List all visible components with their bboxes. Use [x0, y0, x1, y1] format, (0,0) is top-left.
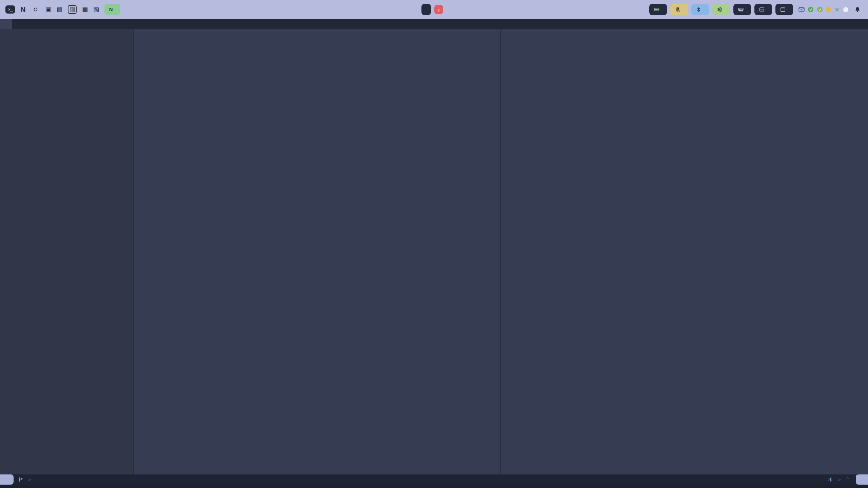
nix-snowflake-icon: [828, 477, 833, 482]
tree-pane-title[interactable]: [0, 19, 12, 29]
workspace-icon[interactable]: ▤: [57, 6, 62, 13]
bell-icon: [854, 6, 861, 13]
bluetooth-icon: [696, 7, 702, 12]
command-line[interactable]: [0, 485, 868, 488]
check-circle-icon[interactable]: [808, 6, 814, 13]
git-branch-icon: [18, 477, 23, 482]
now-playing-module: ♪: [421, 0, 447, 19]
check-circle-icon[interactable]: [817, 6, 823, 13]
separator: >: [28, 477, 31, 482]
disk-icon: [759, 7, 765, 12]
active-window-badge[interactable]: N: [104, 4, 120, 15]
separator: ^: [846, 477, 849, 482]
editor-pane-left[interactable]: [134, 29, 500, 474]
now-playing-title[interactable]: [421, 4, 431, 15]
filetype-indicator: [828, 477, 835, 482]
system-tray: [798, 6, 848, 13]
dnd-module[interactable]: [670, 4, 688, 15]
neovim-icon[interactable]: N: [20, 6, 26, 13]
desktop: >_ N ▣ ▤ ▥ ▦ ▧ N ♪: [0, 0, 868, 488]
memory-module[interactable]: [733, 4, 751, 15]
neovide-icon: N: [109, 7, 113, 12]
paw-icon[interactable]: [834, 6, 840, 13]
bluetooth-module[interactable]: [691, 4, 709, 15]
music-note-icon[interactable]: ♪: [434, 5, 443, 14]
terminal-icon[interactable]: >_: [5, 5, 15, 14]
battery-module[interactable]: [649, 4, 667, 15]
file-tree: [0, 29, 134, 474]
cursor-position: [856, 474, 868, 485]
system-bar: >_ N ▣ ▤ ▥ ▦ ▧ N ♪: [0, 0, 868, 19]
ram-icon: [738, 7, 744, 12]
editor-area: [0, 29, 868, 474]
tray-app-icon[interactable]: [826, 7, 831, 12]
separator: >: [838, 477, 841, 482]
tabline: [0, 19, 868, 29]
battery-icon: [654, 7, 659, 12]
calendar-icon: [780, 7, 786, 12]
mode-indicator: [0, 474, 14, 485]
tray-app-icon[interactable]: [843, 7, 848, 12]
workspace-icon[interactable]: ▦: [82, 6, 88, 13]
clock-module[interactable]: [775, 4, 793, 15]
workspace-icon[interactable]: ▧: [93, 6, 99, 13]
workspace-icon-active[interactable]: ▥: [68, 5, 77, 14]
mail-icon[interactable]: [798, 6, 805, 13]
workspace-icon[interactable]: ▣: [45, 6, 51, 13]
git-branch[interactable]: [18, 477, 25, 482]
neovim-window: > > ^: [0, 19, 868, 488]
bar-right-modules: [649, 4, 863, 15]
statusline: > > ^: [0, 474, 868, 485]
editor-pane-right[interactable]: [501, 29, 868, 474]
disk-module[interactable]: [754, 4, 772, 15]
notification-module[interactable]: [854, 6, 863, 13]
bell-off-icon: [675, 7, 680, 12]
refresh-icon[interactable]: [31, 5, 40, 14]
cpu-module[interactable]: [712, 4, 730, 15]
workspace-glyph: ▥: [69, 6, 75, 13]
bar-left-modules: >_ N ▣ ▤ ▥ ▦ ▧ N: [5, 4, 120, 15]
cpu-icon: [717, 7, 723, 12]
